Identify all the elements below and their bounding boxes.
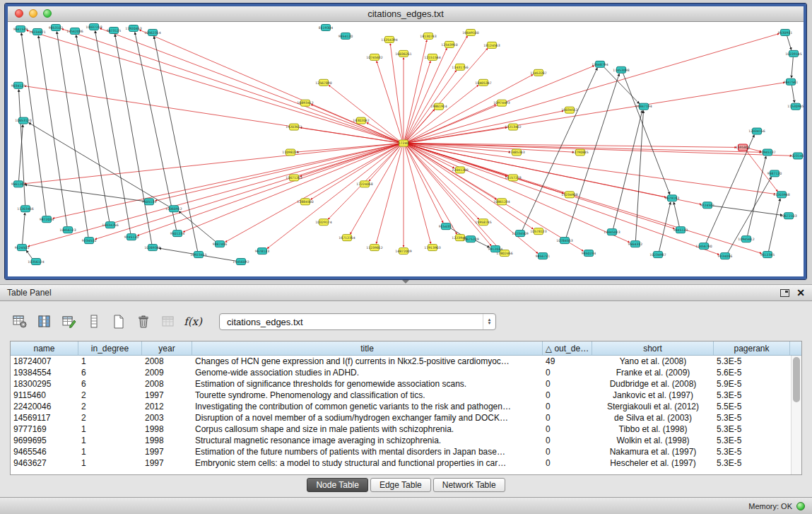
- graph-node[interactable]: 15958745: [475, 219, 491, 226]
- graph-node[interactable]: 15671203: [286, 175, 302, 181]
- graph-node[interactable]: 18130743: [420, 33, 436, 39]
- graph-node[interactable]: 17240: [399, 140, 409, 146]
- delete-icon[interactable]: [135, 313, 152, 330]
- column-header-pagerank[interactable]: pagerank: [714, 341, 790, 355]
- table-row[interactable]: 1830029562008Estimation of significance …: [11, 378, 801, 390]
- graph-node[interactable]: 11920453: [125, 25, 141, 31]
- column-header-year[interactable]: year: [142, 341, 192, 355]
- graph-node[interactable]: 10745632: [366, 54, 382, 60]
- tab-network-table[interactable]: Network Table: [433, 478, 505, 492]
- import-table-icon[interactable]: [160, 313, 177, 330]
- graph-node[interactable]: 9456721: [536, 253, 551, 259]
- graph-node[interactable]: 12790845: [572, 149, 588, 156]
- graph-node[interactable]: 17913903: [424, 245, 440, 251]
- graph-node[interactable]: 9034125: [11, 82, 26, 88]
- graph-node[interactable]: 12567890: [315, 79, 331, 86]
- minimize-window-button[interactable]: [29, 9, 37, 18]
- graph-node[interactable]: 12034156: [748, 128, 765, 134]
- graph-node[interactable]: 9650234: [582, 250, 596, 257]
- graph-node[interactable]: 9872034: [40, 216, 54, 223]
- float-panel-icon[interactable]: [780, 289, 789, 297]
- graph-node[interactable]: 10329174: [315, 219, 331, 226]
- column-header-out_de[interactable]: △ out_de…: [543, 341, 592, 355]
- graph-node[interactable]: 10289345: [144, 245, 160, 251]
- row-format-icon[interactable]: [86, 313, 102, 330]
- table-row[interactable]: 1872400712008Changes of HCN gene express…: [11, 356, 801, 367]
- graph-node[interactable]: 10945612: [738, 236, 754, 243]
- close-panel-icon[interactable]: ✕: [796, 288, 805, 298]
- graph-node[interactable]: 18405347: [475, 79, 491, 86]
- column-header-short[interactable]: short: [592, 341, 714, 355]
- table-settings-icon[interactable]: [11, 313, 28, 330]
- graph-node[interactable]: 12060912: [165, 206, 182, 212]
- splitter-handle-icon[interactable]: [402, 280, 409, 284]
- graph-node[interactable]: 11254394: [381, 36, 397, 42]
- function-builder-icon[interactable]: f(x): [184, 313, 201, 330]
- network-graph[interactable]: 1724016036251121515441143175618405347109…: [8, 22, 804, 276]
- graph-node[interactable]: 18124563: [483, 42, 500, 48]
- graph-node[interactable]: 12543910: [441, 41, 457, 47]
- tab-edge-table[interactable]: Edge Table: [370, 478, 431, 492]
- table-row[interactable]: 2242004622012Investigating the contribut…: [11, 401, 801, 412]
- graph-node[interactable]: 9234510: [82, 238, 97, 244]
- table-row[interactable]: 1938455462009Genome-wide association stu…: [11, 367, 801, 378]
- graph-node[interactable]: 9612345: [760, 252, 775, 258]
- tab-node-table[interactable]: Node Table: [307, 478, 368, 492]
- graph-node[interactable]: 15648794: [592, 61, 608, 67]
- table-row[interactable]: 911546021997Tourette syndrome. Phenomeno…: [11, 390, 801, 401]
- zoom-window-button[interactable]: [43, 9, 52, 18]
- graph-node[interactable]: 11034256: [102, 222, 118, 228]
- graph-node[interactable]: 16036251: [395, 50, 411, 57]
- graph-node[interactable]: 11530945: [787, 103, 804, 110]
- graph-node[interactable]: 9679193: [665, 195, 680, 201]
- graph-node[interactable]: 9124503: [15, 245, 30, 251]
- graph-node[interactable]: 10037218: [86, 23, 102, 30]
- graph-node[interactable]: 10923415: [190, 252, 206, 258]
- graph-node[interactable]: 10974493: [493, 100, 510, 106]
- panel-splitter[interactable]: [0, 279, 812, 284]
- network-canvas[interactable]: 1724016036251121515441143175618405347109…: [8, 22, 804, 276]
- graph-node[interactable]: 9724501: [700, 202, 715, 209]
- graph-node[interactable]: 10239145: [785, 50, 801, 57]
- graph-node[interactable]: 16893412: [297, 100, 313, 106]
- graph-node[interactable]: 11203948: [773, 192, 789, 198]
- graph-node[interactable]: 11456092: [233, 259, 249, 265]
- graph-node[interactable]: 17485343: [508, 149, 524, 156]
- graph-node[interactable]: 10356124: [28, 259, 44, 265]
- graph-node[interactable]: 9847561: [784, 78, 799, 85]
- graph-node[interactable]: 9530911: [778, 29, 793, 35]
- graph-node[interactable]: 10672103: [780, 213, 796, 219]
- vertical-scrollbar[interactable]: [791, 356, 801, 474]
- graph-node[interactable]: 11234509: [512, 230, 528, 237]
- table-row[interactable]: 977716911998Corpus callosum shape and si…: [11, 424, 801, 435]
- column-header-title[interactable]: title: [192, 341, 543, 355]
- graph-node[interactable]: 10784563: [556, 238, 572, 244]
- graph-node[interactable]: 9641539: [13, 25, 28, 32]
- graph-node[interactable]: 9564312: [628, 241, 643, 247]
- new-document-icon[interactable]: [110, 313, 127, 330]
- graph-node[interactable]: 9387456: [213, 241, 228, 247]
- table-row[interactable]: 946362711997Embryonic stem cells: a mode…: [11, 457, 801, 469]
- graph-node[interactable]: 8119304: [319, 24, 334, 30]
- graph-node[interactable]: 11203456: [17, 206, 33, 212]
- close-window-button[interactable]: [15, 9, 23, 18]
- graph-node[interactable]: 16712354: [339, 235, 355, 241]
- graph-node[interactable]: 10231456: [789, 153, 804, 159]
- graph-node[interactable]: 9587120: [767, 170, 782, 177]
- column-header-in_degree[interactable]: in_degree: [78, 341, 142, 355]
- scrollbar-thumb[interactable]: [793, 357, 800, 402]
- graph-node[interactable]: 14203671: [286, 124, 302, 130]
- graph-node[interactable]: 9501234: [170, 230, 185, 237]
- graph-node[interactable]: 17224058: [356, 181, 372, 187]
- graph-node[interactable]: 16649100: [462, 29, 478, 35]
- graph-node[interactable]: 14872009: [395, 248, 411, 255]
- graph-node[interactable]: 11453098: [613, 66, 629, 73]
- column-header-name[interactable]: name: [11, 341, 78, 355]
- graph-node[interactable]: 11239812: [366, 245, 382, 251]
- graph-node[interactable]: 9234056: [718, 253, 733, 259]
- graph-node[interactable]: 9745120: [124, 234, 139, 240]
- show-columns-icon[interactable]: [36, 313, 53, 330]
- table-selector-dropdown[interactable]: citations_edges.txt ▲▼: [219, 313, 496, 330]
- graph-node[interactable]: 10234987: [649, 252, 666, 258]
- window-titlebar[interactable]: citations_edges.txt: [8, 6, 804, 22]
